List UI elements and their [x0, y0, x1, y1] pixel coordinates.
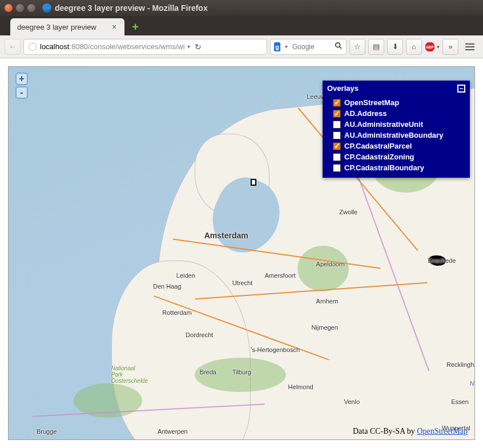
layer-checkbox[interactable]: ✓ [333, 142, 341, 150]
layer-checkbox[interactable] [333, 121, 341, 129]
zoom-in-button[interactable]: + [15, 73, 28, 85]
layer-label: AU.AdministrativeUnit [344, 120, 423, 129]
layer-label: CP.CadastralZoning [344, 153, 414, 161]
map-city-label: Breda [200, 369, 216, 375]
layer-list: ✓OpenStreetMap✓AD.AddressAU.Administrati… [323, 96, 470, 178]
layer-row: AU.AdministrativeBoundary [333, 130, 465, 141]
attribution-link[interactable]: OpenStreetMap [417, 427, 468, 435]
menu-button[interactable] [461, 39, 478, 55]
browser-toolbar: ← localhost:8080/console/webservices/wms… [0, 35, 483, 58]
map-city-label: Enschede [428, 257, 456, 264]
layer-label: CP.CadastralParcel [344, 142, 412, 150]
map-city-label: Helmond [288, 383, 313, 390]
map-city-label: Venlo [344, 398, 360, 405]
search-engine-icon[interactable]: g [274, 42, 280, 51]
map-city-label: Arnhem [316, 298, 339, 305]
overflow-button[interactable]: » [442, 39, 458, 55]
layer-row: CP.CadastralZoning [333, 151, 465, 162]
more-icon: » [448, 42, 452, 51]
map-attribution: Data CC-By-SA by OpenStreetMap [353, 427, 468, 436]
back-button[interactable]: ← [5, 39, 21, 55]
map-city-label: Brugge [37, 428, 57, 435]
map-city-label: Essen [451, 398, 469, 405]
window-title: deegree 3 layer preview - Mozilla Firefo… [55, 3, 208, 13]
zoom-control: + - [15, 73, 28, 99]
layer-checkbox[interactable] [333, 153, 341, 161]
map-city-label: Amsterdam [204, 231, 248, 240]
map-feature-marker [251, 179, 256, 186]
page-content: LeeuwardenAmsterdamDen HaagLeidenUtrecht… [0, 58, 483, 448]
reader-icon: ▤ [373, 42, 380, 51]
window-titlebar: deegree 3 layer preview - Mozilla Firefo… [0, 0, 483, 16]
search-engine-dropdown-icon[interactable]: ▾ [285, 43, 288, 50]
layer-switcher-header: Overlays − [323, 81, 470, 96]
map-city-label: Nationaal Park Oosterschelde [111, 365, 148, 384]
url-path: :8080/console/webservices/wms/wi [69, 42, 184, 51]
adblock-dropdown-icon[interactable]: ▾ [437, 44, 440, 50]
home-button[interactable]: ⌂ [406, 39, 422, 55]
site-identity-icon[interactable] [29, 43, 37, 51]
url-bar[interactable]: localhost:8080/console/webservices/wms/w… [23, 39, 267, 55]
layer-checkbox[interactable] [333, 164, 341, 172]
reader-button[interactable]: ▤ [368, 39, 384, 55]
new-tab-button[interactable]: + [129, 21, 142, 33]
map-city-label: Recklinghausen [446, 361, 475, 368]
map-city-label: Nijmegen [311, 324, 337, 331]
layer-row: CP.CadastralBoundary [333, 162, 465, 173]
map-city-label: Den Haag [153, 283, 182, 290]
map-city-label: 's-Hertogenbosch [251, 346, 300, 353]
search-bar[interactable]: g ▾ [270, 39, 347, 55]
svg-line-1 [340, 47, 342, 49]
layer-checkbox[interactable]: ✓ [333, 99, 341, 107]
layer-switcher-panel: Overlays − ✓OpenStreetMap✓AD.AddressAU.A… [323, 81, 470, 178]
downloads-button[interactable]: ⬇ [387, 39, 403, 55]
layer-label: AD.Address [344, 109, 387, 118]
browser-tab[interactable]: deegree 3 layer preview × [10, 18, 124, 35]
search-input[interactable] [292, 43, 332, 51]
back-icon: ← [9, 42, 17, 51]
search-submit-icon[interactable] [335, 42, 343, 51]
abp-icon: ABP [425, 42, 435, 52]
layer-row: ✓CP.CadastralParcel [333, 141, 465, 151]
layer-checkbox[interactable] [333, 131, 341, 139]
window-close-button[interactable] [5, 4, 13, 12]
adblock-button[interactable]: ABP [425, 42, 435, 52]
url-dropdown-icon[interactable]: ▾ [187, 43, 190, 50]
tab-close-button[interactable]: × [110, 22, 119, 31]
layer-row: AU.AdministrativeUnit [333, 119, 465, 130]
firefox-icon [42, 3, 51, 13]
map-city-label: Dordrecht [186, 331, 213, 338]
svg-text:ABP: ABP [426, 45, 434, 49]
layer-row: ✓AD.Address [333, 108, 465, 119]
window-controls [5, 4, 35, 12]
layer-switcher-collapse-button[interactable]: − [457, 85, 465, 93]
layer-label: OpenStreetMap [344, 98, 399, 107]
zoom-out-button[interactable]: - [15, 86, 28, 99]
map-city-label: Rotterdam [162, 309, 191, 316]
url-host: localhost [40, 42, 69, 51]
map-city-label: Tilburg [232, 369, 251, 375]
layer-row: ✓OpenStreetMap [333, 97, 465, 108]
reload-button[interactable]: ↻ [192, 42, 204, 51]
map-city-label: Leiden [176, 272, 195, 279]
window-minimize-button[interactable] [16, 4, 24, 12]
svg-point-0 [336, 43, 340, 47]
tab-strip: deegree 3 layer preview × + [0, 16, 483, 35]
attribution-prefix: Data CC-By-SA by [353, 427, 417, 435]
layer-checkbox[interactable]: ✓ [333, 110, 341, 118]
layer-switcher-title: Overlays [327, 84, 457, 93]
map-city-label: Zwolle [339, 209, 357, 215]
map-viewport[interactable]: LeeuwardenAmsterdamDen HaagLeidenUtrecht… [8, 66, 475, 440]
layer-label: AU.AdministrativeBoundary [344, 131, 443, 139]
tab-label: deegree 3 layer preview [17, 23, 96, 31]
bookmark-button[interactable]: ☆ [349, 39, 365, 55]
map-city-label: Amersfoort [265, 272, 296, 279]
star-icon: ☆ [354, 42, 361, 51]
map-city-label: Utrecht [232, 279, 252, 286]
download-icon: ⬇ [392, 42, 399, 51]
home-icon: ⌂ [412, 42, 416, 51]
window-maximize-button[interactable] [27, 4, 35, 12]
map-city-label: Antwerpen [158, 428, 188, 435]
layer-label: CP.CadastralBoundary [344, 163, 424, 172]
map-city-label: No [470, 380, 475, 387]
